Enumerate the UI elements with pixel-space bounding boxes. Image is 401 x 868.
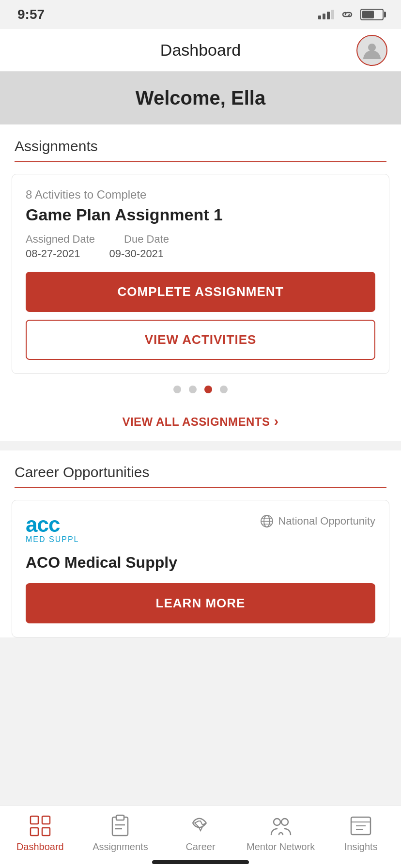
career-icon xyxy=(188,813,213,838)
due-date: 09-30-2021 xyxy=(109,248,164,260)
due-label: Due Date xyxy=(124,233,169,246)
career-section-title: Career Opportunities xyxy=(15,464,149,480)
bottom-nav: Dashboard Assignments Career Mentor Netw… xyxy=(0,805,401,868)
battery-icon xyxy=(360,9,384,20)
activities-count: 8 Activities to Complete xyxy=(26,188,375,202)
acc-logo: acc MED SUPPL xyxy=(26,514,79,544)
view-all-row[interactable]: VIEW ALL ASSIGNMENTS xyxy=(0,405,401,441)
svg-point-15 xyxy=(281,819,288,825)
nav-label-insights: Insights xyxy=(344,841,378,852)
dates-values-row: 08-27-2021 09-30-2021 xyxy=(26,248,375,260)
nav-label-assignments: Assignments xyxy=(93,841,148,852)
svg-rect-8 xyxy=(31,828,38,836)
assignments-divider xyxy=(15,161,386,162)
dashboard-icon xyxy=(28,813,53,838)
nav-item-insights[interactable]: Insights xyxy=(321,813,401,852)
career-section-header: Career Opportunities xyxy=(0,450,401,487)
nav-item-assignments[interactable]: Assignments xyxy=(80,813,161,852)
assignments-icon xyxy=(108,813,133,838)
svg-rect-7 xyxy=(42,816,50,824)
complete-assignment-button[interactable]: COMPLETE ASSIGNMENT xyxy=(26,272,375,312)
opp-top-row: acc MED SUPPL National Opportunity xyxy=(26,514,375,544)
assigned-date: 08-27-2021 xyxy=(26,248,80,260)
mentor-icon xyxy=(268,813,293,838)
welcome-banner: Welcome, Ella xyxy=(0,72,401,124)
svg-rect-11 xyxy=(116,815,124,820)
nav-item-career[interactable]: Career xyxy=(160,813,241,852)
national-opportunity-label: National Opportunity xyxy=(278,515,375,527)
status-icons xyxy=(318,9,384,20)
view-all-assignments-link[interactable]: VIEW ALL ASSIGNMENTS xyxy=(122,415,278,428)
dot-4 xyxy=(220,386,228,393)
acc-logo-text: acc xyxy=(26,514,60,535)
welcome-text: Welcome, Ella xyxy=(136,87,265,108)
nav-label-mentor: Mentor Network xyxy=(247,841,315,852)
assigned-label: Assigned Date xyxy=(26,233,95,246)
link-icon xyxy=(339,9,355,20)
user-avatar-icon xyxy=(361,40,383,61)
svg-rect-6 xyxy=(31,816,38,824)
dot-1 xyxy=(173,386,181,393)
status-time: 9:57 xyxy=(17,7,45,22)
insights-icon xyxy=(348,813,373,838)
assignment-card: 8 Activities to Complete Game Plan Assig… xyxy=(12,174,389,374)
national-opportunity-badge: National Opportunity xyxy=(260,514,375,528)
view-activities-button[interactable]: VIEW ACTIVITIES xyxy=(26,320,375,360)
assignments-section-title: Assignments xyxy=(15,138,98,154)
svg-point-14 xyxy=(274,819,280,825)
acc-logo-sub: MED SUPPL xyxy=(26,535,79,544)
career-divider xyxy=(15,487,386,488)
assignments-section: Assignments 8 Activities to Complete Gam… xyxy=(0,124,401,441)
dot-3-active xyxy=(204,386,212,393)
learn-more-button[interactable]: LEARN MORE xyxy=(26,583,375,623)
globe-icon xyxy=(260,514,274,528)
assignments-section-header: Assignments xyxy=(0,124,401,161)
svg-rect-9 xyxy=(42,828,50,836)
status-bar: 9:57 xyxy=(0,0,401,29)
header: Dashboard xyxy=(0,29,401,72)
avatar[interactable] xyxy=(356,35,387,66)
nav-item-dashboard[interactable]: Dashboard xyxy=(0,813,80,852)
signal-icon xyxy=(318,10,334,19)
nav-label-dashboard: Dashboard xyxy=(16,841,64,852)
svg-point-0 xyxy=(368,44,376,51)
dates-labels-row: Assigned Date Due Date xyxy=(26,233,375,246)
pagination-dots xyxy=(0,374,401,405)
company-name: ACO Medical Supply xyxy=(26,554,375,572)
career-section: Career Opportunities acc MED SUPPL Natio… xyxy=(0,450,401,637)
page-title: Dashboard xyxy=(160,41,241,60)
dot-2 xyxy=(189,386,197,393)
opportunity-card: acc MED SUPPL National Opportunity ACO M… xyxy=(12,500,389,637)
assignment-name: Game Plan Assignment 1 xyxy=(26,205,375,224)
nav-label-career: Career xyxy=(185,841,215,852)
nav-item-mentor[interactable]: Mentor Network xyxy=(241,813,321,852)
home-bar xyxy=(152,860,249,864)
